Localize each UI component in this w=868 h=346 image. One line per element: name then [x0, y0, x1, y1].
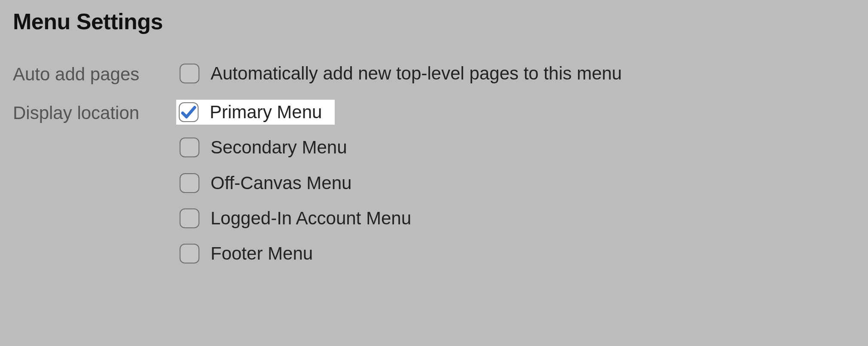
display-location-loggedin-checkbox[interactable] [180, 208, 199, 228]
check-icon [180, 104, 197, 121]
display-location-options: Primary Menu Secondary Menu Off-Canvas M… [177, 100, 855, 266]
display-location-secondary-checkbox[interactable] [180, 138, 199, 157]
auto-add-pages-checkbox[interactable] [180, 64, 199, 83]
display-location-offcanvas-label: Off-Canvas Menu [211, 173, 351, 193]
display-location-option-footer[interactable]: Footer Menu [177, 241, 855, 266]
display-location-option-primary[interactable]: Primary Menu [176, 100, 335, 125]
display-location-offcanvas-checkbox[interactable] [180, 173, 199, 193]
auto-add-pages-option-label: Automatically add new top-level pages to… [211, 64, 622, 83]
display-location-footer-checkbox[interactable] [180, 244, 199, 263]
auto-add-pages-option[interactable]: Automatically add new top-level pages to… [177, 61, 855, 86]
display-location-primary-label: Primary Menu [210, 102, 322, 122]
display-location-footer-label: Footer Menu [211, 244, 313, 263]
display-location-option-secondary[interactable]: Secondary Menu [177, 135, 855, 160]
display-location-label: Display location [13, 100, 177, 124]
display-location-option-loggedin[interactable]: Logged-In Account Menu [177, 206, 855, 231]
auto-add-pages-options: Automatically add new top-level pages to… [177, 61, 855, 86]
display-location-option-offcanvas[interactable]: Off-Canvas Menu [177, 171, 855, 196]
display-location-loggedin-label: Logged-In Account Menu [211, 208, 411, 228]
menu-settings-heading: Menu Settings [13, 9, 855, 34]
display-location-secondary-label: Secondary Menu [211, 138, 347, 157]
auto-add-pages-label: Auto add pages [13, 61, 177, 85]
display-location-primary-checkbox[interactable] [179, 102, 199, 122]
